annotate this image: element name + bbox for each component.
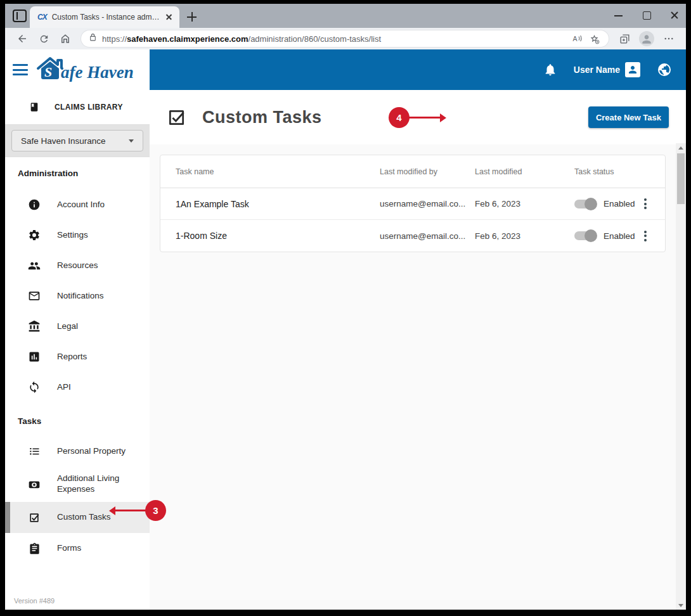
user-badge-icon: [625, 62, 640, 77]
org-selector[interactable]: Safe Haven Insurance: [11, 130, 143, 151]
sidebar-item-resources[interactable]: Resources: [5, 250, 150, 281]
new-tab-button[interactable]: [187, 12, 197, 22]
sidebar-item-personal-property[interactable]: Personal Property: [5, 436, 150, 466]
sync-icon: [28, 381, 41, 394]
collections-icon[interactable]: [615, 30, 634, 48]
sidebar-item-legal[interactable]: Legal: [5, 311, 150, 342]
mail-icon: [28, 290, 41, 302]
sidebar-item-forms[interactable]: Forms: [5, 533, 150, 563]
info-icon: [28, 198, 41, 211]
sidebar-item-label: Additional Living Expenses: [57, 473, 132, 495]
annotation-arrow-line: [115, 510, 147, 511]
page-title: Custom Tasks: [202, 108, 322, 127]
user-menu[interactable]: User Name: [574, 62, 640, 77]
sidebar-item-settings[interactable]: Settings: [5, 220, 150, 250]
version-label: Version #489: [14, 597, 55, 605]
sidebar-item-account-info[interactable]: Account Info: [5, 189, 150, 220]
sidebar-item-custom-tasks[interactable]: Custom Tasks: [5, 502, 150, 533]
toolbar-right: [615, 30, 678, 48]
back-icon[interactable]: [13, 30, 32, 48]
annotation-arrowhead-left: [109, 506, 115, 515]
modified-date-cell: Feb 6, 2023: [475, 231, 574, 241]
maximize-icon[interactable]: [642, 10, 652, 20]
modified-date-cell: Feb 6, 2023: [475, 199, 574, 209]
row-menu-kebab-icon[interactable]: [644, 231, 647, 241]
row-menu-kebab-icon[interactable]: [644, 198, 647, 209]
browser-window: CX Custom Tasks - Instance admin -: [5, 4, 686, 610]
enabled-toggle[interactable]: [574, 200, 596, 209]
language-globe-icon[interactable]: [657, 62, 672, 77]
url-path: /administration/860/custom-tasks/list: [249, 34, 382, 44]
tasks-section-label: Tasks: [5, 402, 150, 431]
org-selector-strip: Safe Haven Insurance: [5, 125, 150, 157]
vertical-scrollbar[interactable]: [676, 143, 686, 610]
notifications-bell-icon[interactable]: [543, 63, 557, 77]
sidebar-item-reports[interactable]: Reports: [5, 342, 150, 372]
browser-tab[interactable]: CX Custom Tasks - Instance admin -: [30, 6, 179, 28]
tab-actions-icon[interactable]: [13, 10, 27, 22]
app-header: S afe Haven User Name: [5, 49, 686, 90]
modified-by-cell: username@email.co...: [380, 199, 475, 209]
brand-zone: S afe Haven: [5, 49, 150, 90]
scroll-down-icon[interactable]: [676, 601, 686, 610]
column-header-task-name: Task name: [176, 167, 380, 176]
browser-toolbar: https://safehaven.claimxperience.com/adm…: [5, 28, 686, 49]
tasks-table: Task name Last modified by Last modified…: [160, 155, 666, 252]
url-host: safehaven.claimxperience.com: [127, 34, 249, 44]
sidebar-item-label: Resources: [57, 260, 98, 271]
svg-text:S: S: [44, 64, 52, 80]
annotation-step-3: 3: [145, 500, 166, 521]
close-icon[interactable]: [669, 10, 680, 20]
bank-icon: [28, 320, 41, 333]
lock-icon[interactable]: [89, 33, 97, 44]
bar-chart-icon: [28, 350, 41, 363]
claims-library-label: CLAIMS LIBRARY: [55, 103, 123, 112]
cx-favicon-icon: CX: [37, 13, 47, 22]
book-icon: [29, 101, 39, 113]
status-cell: Enabled: [574, 199, 644, 209]
screenshot-frame: CX Custom Tasks - Instance admin -: [0, 0, 691, 616]
annotation-arrow-line: [408, 117, 441, 119]
sidebar-item-claims-library[interactable]: CLAIMS LIBRARY: [5, 90, 150, 124]
scrollbar-thumb[interactable]: [677, 153, 685, 204]
sidebar-item-label: API: [57, 382, 71, 393]
sidebar-item-label: Account Info: [57, 200, 105, 210]
column-header-task-status: Task status: [574, 167, 644, 176]
favorites-star-icon[interactable]: [586, 31, 602, 46]
tab-title: Custom Tasks - Instance admin -: [52, 13, 160, 22]
hamburger-menu-icon[interactable]: [13, 64, 28, 75]
scroll-up-icon[interactable]: [676, 143, 686, 152]
browser-profile-avatar[interactable]: [639, 31, 654, 46]
scrollbar-track[interactable]: [676, 152, 686, 601]
list-icon: [28, 445, 41, 458]
minimize-icon[interactable]: [614, 10, 624, 20]
chevron-down-icon: [129, 139, 134, 143]
address-bar[interactable]: https://safehaven.claimxperience.com/adm…: [81, 30, 609, 47]
clipboard-icon: [28, 542, 41, 555]
sidebar-item-label: Settings: [57, 230, 88, 241]
page-body: CLAIMS LIBRARY Safe Haven Insurance Admi…: [5, 90, 686, 610]
status-label: Enabled: [604, 231, 635, 241]
create-new-task-button[interactable]: Create New Task: [588, 106, 669, 128]
sidebar-item-additional-living-expenses[interactable]: Additional Living Expenses: [5, 466, 150, 502]
enabled-toggle[interactable]: [574, 231, 596, 240]
tasks-nav-list: Personal Property Additional Living Expe…: [5, 436, 150, 563]
read-aloud-icon[interactable]: A: [569, 31, 586, 46]
browser-menu-icon[interactable]: [659, 30, 678, 48]
people-icon: [28, 259, 41, 273]
sidebar-item-label: Notifications: [57, 291, 104, 302]
sidebar-item-api[interactable]: API: [5, 372, 150, 402]
home-icon[interactable]: [56, 30, 75, 48]
sidebar-item-notifications[interactable]: Notifications: [5, 281, 150, 311]
logo-text: afe Haven: [61, 64, 134, 84]
table-row[interactable]: 1-Room Size username@email.co... Feb 6, …: [160, 220, 665, 252]
annotation-arrowhead-right: [440, 113, 446, 122]
tab-close-icon[interactable]: [164, 12, 174, 22]
refresh-icon[interactable]: [34, 30, 53, 48]
top-blue-bar: User Name: [150, 49, 686, 90]
admin-nav-list: Account Info Settings Resources Notifica…: [5, 189, 150, 402]
administration-section-label: Administration: [5, 157, 150, 183]
url-text: https://safehaven.claimxperience.com/adm…: [102, 34, 569, 44]
custom-tasks-page-icon: [166, 107, 187, 128]
table-row[interactable]: 1An Example Task username@email.co... Fe…: [160, 188, 665, 220]
